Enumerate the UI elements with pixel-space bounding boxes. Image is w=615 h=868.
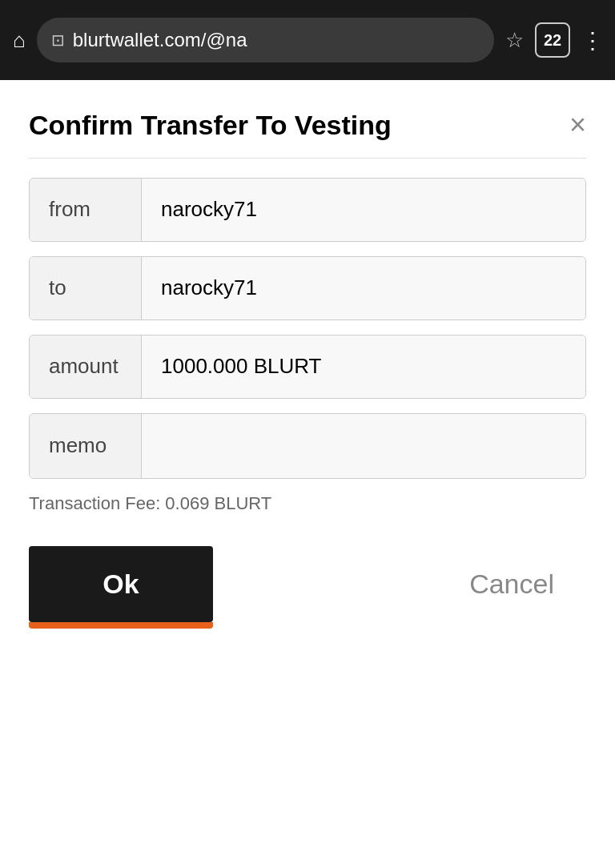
- modal-divider: [29, 158, 586, 159]
- browser-chrome: ⌂ ⊡ blurtwallet.com/@na ☆ 22 ⋮: [0, 0, 615, 80]
- modal-overlay: Confirm Transfer To Vesting × from naroc…: [0, 80, 615, 868]
- from-value: narocky71: [142, 179, 585, 241]
- memo-field: memo: [29, 413, 586, 479]
- close-button[interactable]: ×: [569, 111, 586, 139]
- to-label: to: [30, 257, 142, 319]
- ok-button[interactable]: Ok: [29, 546, 213, 622]
- amount-value: 1000.000 BLURT: [142, 336, 585, 398]
- buttons-row: Ok Cancel: [29, 546, 586, 622]
- transaction-fee: Transaction Fee: 0.069 BLURT: [29, 493, 586, 514]
- home-icon[interactable]: ⌂: [13, 28, 26, 53]
- cancel-button[interactable]: Cancel: [437, 546, 586, 622]
- url-text: blurtwallet.com/@na: [73, 29, 480, 51]
- from-label: from: [30, 179, 142, 241]
- amount-field: amount 1000.000 BLURT: [29, 335, 586, 399]
- modal-title: Confirm Transfer To Vesting: [29, 109, 392, 142]
- to-field: to narocky71: [29, 256, 586, 320]
- modal-header: Confirm Transfer To Vesting ×: [29, 109, 586, 142]
- memo-label: memo: [30, 414, 142, 478]
- tab-switcher-icon: ⊡: [51, 30, 65, 50]
- address-bar[interactable]: ⊡ blurtwallet.com/@na: [37, 18, 494, 62]
- memo-value: [142, 414, 585, 478]
- tabs-count-badge[interactable]: 22: [535, 22, 570, 58]
- from-field: from narocky71: [29, 178, 586, 242]
- amount-label: amount: [30, 336, 142, 398]
- browser-menu-icon[interactable]: ⋮: [581, 27, 602, 54]
- bookmark-icon[interactable]: ☆: [505, 28, 524, 53]
- modal-content: Confirm Transfer To Vesting × from naroc…: [0, 80, 615, 654]
- to-value: narocky71: [142, 257, 585, 319]
